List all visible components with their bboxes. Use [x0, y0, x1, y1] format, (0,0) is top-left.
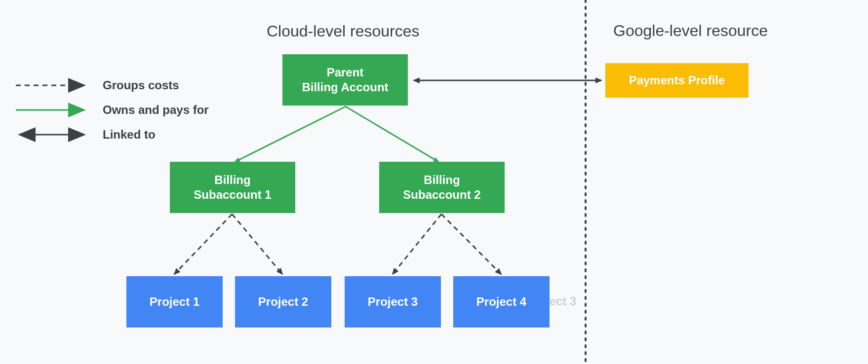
parent-line1: Parent	[327, 66, 364, 79]
sub1-line2: Subaccount 1	[194, 188, 271, 201]
arrow-sub1-to-proj2	[232, 214, 282, 274]
sub2-line1: Billing	[424, 173, 460, 186]
arrow-sub1-to-proj1	[174, 214, 232, 274]
arrow-sub2-to-proj3	[393, 214, 441, 274]
proj1-label: Project 1	[150, 294, 199, 309]
legend: Groups costs Owns and pays for Linked to	[15, 73, 209, 147]
box-project-4: Project 4	[453, 276, 550, 328]
box-billing-subaccount-1: Billing Subaccount 1	[170, 162, 295, 213]
proj3-label: Project 3	[368, 294, 418, 309]
heading-cloud: Cloud-level resources	[267, 22, 419, 40]
legend-row-groups: Groups costs	[15, 73, 209, 98]
arrow-parent-to-sub1	[235, 107, 346, 162]
box-payments-profile: Payments Profile	[605, 63, 749, 98]
heading-google: Google-level resource	[613, 22, 768, 40]
box-project-3: Project 3	[345, 276, 441, 328]
ghost-text: ject 3	[546, 294, 576, 308]
box-project-1: Project 1	[126, 276, 223, 328]
legend-line-dashed	[15, 75, 89, 95]
parent-line2: Billing Account	[302, 80, 388, 94]
box-project-2: Project 2	[235, 276, 331, 328]
arrow-sub2-to-proj4	[441, 214, 501, 274]
payments-label: Payments Profile	[629, 73, 725, 88]
legend-line-double	[15, 125, 89, 145]
sub2-line2: Subaccount 2	[403, 188, 480, 201]
arrow-parent-to-sub2	[346, 107, 438, 162]
legend-label-groups: Groups costs	[103, 78, 179, 92]
legend-line-green	[15, 100, 89, 120]
proj2-label: Project 2	[258, 294, 308, 309]
legend-row-owns: Owns and pays for	[15, 98, 209, 122]
legend-label-linked: Linked to	[103, 128, 156, 142]
legend-label-owns: Owns and pays for	[103, 103, 209, 117]
proj4-label: Project 4	[476, 294, 526, 309]
sub1-line1: Billing	[214, 173, 250, 186]
box-billing-subaccount-2: Billing Subaccount 2	[379, 162, 505, 213]
legend-row-linked: Linked to	[15, 122, 209, 147]
box-parent-billing-account: Parent Billing Account	[282, 54, 408, 106]
